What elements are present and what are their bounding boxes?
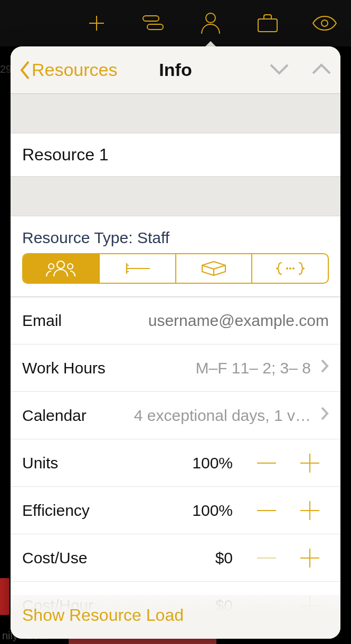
show-resource-load-button[interactable]: Show Resource Load bbox=[11, 595, 340, 639]
minus-icon bbox=[256, 510, 277, 512]
svg-rect-1 bbox=[147, 24, 163, 30]
toolbar-projects[interactable] bbox=[252, 7, 283, 39]
svg-point-10 bbox=[292, 267, 295, 270]
efficiency-label: Efficiency bbox=[22, 502, 90, 520]
svg-rect-3 bbox=[258, 19, 277, 32]
work-hours-row[interactable]: Work Hours M–F 11– 2; 3– 8 bbox=[11, 344, 340, 392]
braces-icon bbox=[274, 261, 306, 276]
email-label: Email bbox=[22, 312, 62, 330]
efficiency-decrement[interactable] bbox=[248, 495, 286, 526]
svg-point-5 bbox=[57, 261, 64, 268]
inspector-content: Resource 1 Resource Type: Staff bbox=[11, 94, 340, 639]
work-hours-value: M–F 11– 2; 3– 8 bbox=[106, 359, 315, 377]
segment-material[interactable] bbox=[176, 254, 253, 283]
units-decrement[interactable] bbox=[248, 447, 286, 479]
prev-resource-button[interactable] bbox=[269, 62, 290, 78]
svg-point-2 bbox=[206, 13, 215, 23]
efficiency-stepper bbox=[248, 495, 329, 526]
chevron-right-icon bbox=[320, 406, 329, 425]
resource-name-row[interactable]: Resource 1 bbox=[11, 133, 340, 177]
calendar-label: Calendar bbox=[22, 407, 87, 425]
svg-point-7 bbox=[68, 264, 73, 269]
svg-point-6 bbox=[49, 264, 54, 269]
efficiency-increment[interactable] bbox=[291, 495, 329, 526]
cost-use-stepper bbox=[248, 542, 329, 574]
units-label: Units bbox=[22, 454, 58, 472]
chevron-right-icon bbox=[320, 359, 329, 377]
email-input[interactable] bbox=[62, 312, 329, 330]
email-row[interactable]: Email bbox=[11, 297, 340, 344]
cost-use-value: $0 bbox=[87, 549, 237, 567]
work-hours-label: Work Hours bbox=[22, 359, 106, 377]
cost-use-label: Cost/Use bbox=[22, 549, 87, 567]
resource-type-segmented bbox=[22, 253, 329, 284]
calendar-value: 4 exceptional days, 1 v… bbox=[87, 407, 315, 425]
units-stepper bbox=[248, 447, 329, 479]
segment-staff[interactable] bbox=[23, 254, 100, 283]
svg-point-4 bbox=[321, 20, 328, 26]
plus-icon bbox=[299, 453, 320, 474]
plus-icon bbox=[299, 547, 320, 569]
show-resource-load-label: Show Resource Load bbox=[22, 605, 184, 624]
box-icon bbox=[200, 260, 227, 277]
minus-icon bbox=[256, 557, 277, 559]
back-label: Resources bbox=[32, 60, 118, 80]
chevron-up-icon bbox=[311, 62, 332, 76]
efficiency-row: Efficiency 100% bbox=[11, 487, 340, 534]
resource-type-label: Resource Type: Staff bbox=[11, 216, 340, 253]
people-icon bbox=[45, 259, 77, 277]
plus-icon bbox=[299, 500, 320, 521]
chevron-left-icon bbox=[19, 60, 31, 80]
list-icon bbox=[142, 15, 165, 32]
app-toolbar bbox=[0, 0, 351, 46]
toolbar-list[interactable] bbox=[138, 7, 169, 39]
svg-point-8 bbox=[286, 267, 288, 270]
units-row: Units 100% bbox=[11, 439, 340, 487]
background-red-bar bbox=[0, 578, 10, 615]
toolbar-add[interactable] bbox=[81, 7, 112, 39]
svg-point-9 bbox=[289, 267, 291, 270]
units-increment[interactable] bbox=[291, 447, 329, 479]
segment-equipment[interactable] bbox=[100, 254, 176, 283]
background-text: 29 bbox=[0, 63, 12, 75]
cost-use-decrement[interactable] bbox=[248, 542, 286, 574]
toolbar-view[interactable] bbox=[309, 7, 340, 39]
minus-icon bbox=[256, 462, 277, 464]
svg-rect-0 bbox=[143, 16, 159, 21]
chevron-down-icon bbox=[269, 62, 290, 76]
next-resource-button[interactable] bbox=[311, 62, 332, 78]
plus-icon bbox=[86, 13, 107, 34]
briefcase-icon bbox=[256, 13, 279, 34]
back-button[interactable]: Resources bbox=[19, 60, 118, 80]
calendar-row[interactable]: Calendar 4 exceptional days, 1 v… bbox=[11, 392, 340, 439]
inspector-popover: Resources Info Resource 1 Resource Type:… bbox=[11, 46, 340, 639]
cost-use-row: Cost/Use $0 bbox=[11, 534, 340, 582]
resource-name: Resource 1 bbox=[22, 145, 109, 164]
toolbar-resources[interactable] bbox=[195, 7, 226, 39]
efficiency-value: 100% bbox=[90, 502, 237, 520]
inspector-navbar: Resources Info bbox=[11, 46, 340, 94]
segment-group[interactable] bbox=[252, 254, 328, 283]
cost-use-increment[interactable] bbox=[291, 542, 329, 574]
ruler-icon bbox=[122, 261, 152, 276]
eye-icon bbox=[312, 15, 337, 31]
units-value: 100% bbox=[58, 454, 237, 472]
person-icon bbox=[200, 12, 222, 35]
